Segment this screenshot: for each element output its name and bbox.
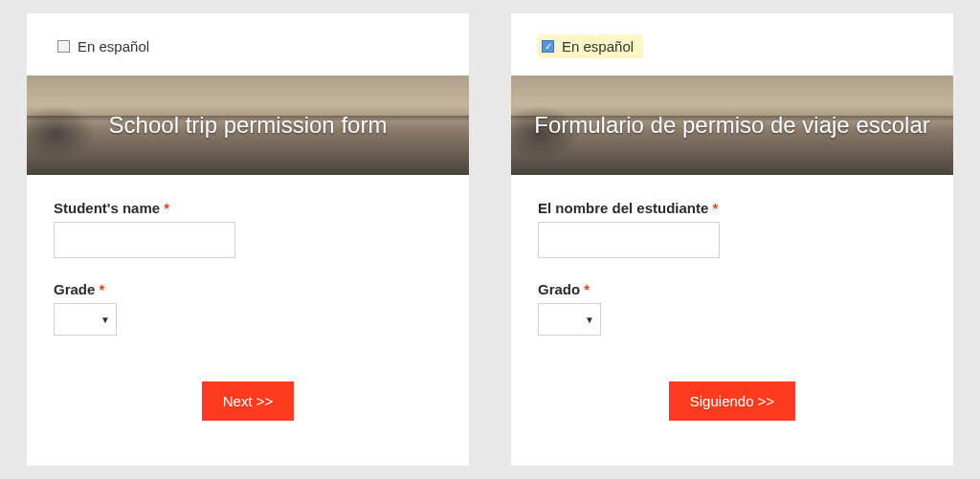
language-label: En español [562, 38, 634, 54]
language-toggle-wrap: ✓ En español [538, 34, 643, 58]
required-marker: * [100, 281, 105, 297]
language-toggle-section: En español [27, 13, 469, 76]
form-title: School trip permission form [109, 112, 388, 139]
form-card-spanish: ✓ En español Formulario de permiso de vi… [511, 13, 953, 466]
required-marker: * [164, 200, 169, 216]
language-checkbox[interactable] [57, 40, 70, 53]
language-checkbox[interactable]: ✓ [542, 40, 554, 53]
required-marker: * [584, 281, 590, 297]
form-card-english: En español School trip permission form S… [27, 13, 469, 466]
student-name-label: El nombre del estudiante * [538, 200, 926, 216]
next-button[interactable]: Next >> [202, 381, 295, 421]
required-marker: * [713, 200, 719, 216]
student-name-input[interactable] [54, 222, 235, 258]
button-row: Next >> [27, 381, 469, 426]
next-button[interactable]: Siguiendo >> [669, 381, 795, 421]
grade-select[interactable]: ▼ [54, 303, 117, 336]
student-name-field: Student's name * [54, 200, 442, 258]
student-name-input[interactable] [538, 222, 720, 258]
hero-banner: School trip permission form [27, 76, 469, 175]
form-fields: El nombre del estudiante * Grado * ▼ [511, 175, 953, 381]
grade-label: Grade * [54, 281, 442, 297]
grade-label: Grado * [538, 281, 926, 297]
grade-select[interactable]: ▼ [538, 303, 601, 336]
student-name-field: El nombre del estudiante * [538, 200, 926, 258]
language-toggle-wrap: En español [54, 34, 159, 58]
grade-field: Grado * ▼ [538, 281, 926, 336]
language-label: En español [78, 38, 149, 54]
form-fields: Student's name * Grade * ▼ [27, 175, 469, 381]
language-toggle-section: ✓ En español [511, 13, 953, 76]
student-name-label: Student's name * [54, 200, 442, 216]
grade-field: Grade * ▼ [54, 281, 442, 336]
form-title: Formulario de permiso de viaje escolar [534, 112, 930, 139]
button-row: Siguiendo >> [511, 381, 953, 426]
hero-banner: Formulario de permiso de viaje escolar [511, 76, 953, 175]
